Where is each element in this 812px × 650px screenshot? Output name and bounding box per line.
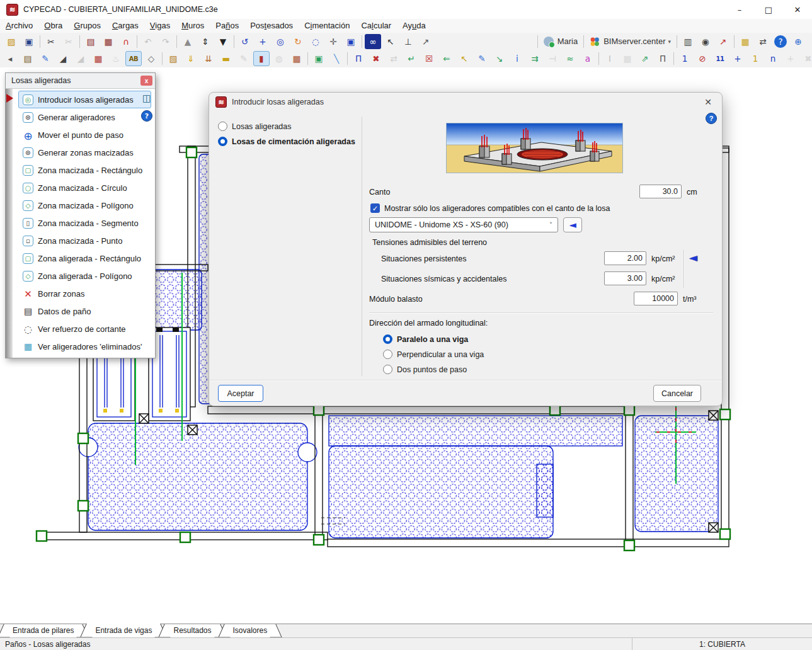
pick-terrain-button[interactable]: ◄ (689, 251, 697, 264)
close-button[interactable]: ✕ (783, 0, 812, 19)
palette-item-zona-macizada-poligono[interactable]: ◇Zona macizada - Polígono (18, 197, 151, 214)
open-file-icon[interactable]: ▨ (3, 34, 20, 49)
radio-selected-icon[interactable] (383, 334, 392, 344)
axes-icon[interactable]: ↗ (418, 34, 434, 49)
pan-hand-icon[interactable]: ✛ (325, 34, 341, 49)
line-load-icon[interactable]: ⇊ (200, 51, 217, 66)
view-3d-box-icon[interactable]: ▧ (165, 51, 181, 66)
tab-entrada-de-vigas[interactable]: Entrada de vigas (89, 624, 158, 637)
enter-beam-icon[interactable]: ↵ (403, 51, 420, 66)
export-beam-icon[interactable]: ⇗ (637, 51, 653, 66)
menu-muros[interactable]: Muros (176, 19, 210, 33)
palette-item-generar-zonas-macizadas[interactable]: ⊛Generar zonas macizadas (18, 144, 151, 161)
delete-beam-icon[interactable]: ☒ (421, 51, 437, 66)
menu-panos[interactable]: Paños (210, 19, 244, 33)
palette-help-icon[interactable]: ? (140, 110, 153, 122)
slab-type-option[interactable]: Losas aligeradas (218, 120, 355, 132)
beam-info-icon[interactable]: i (509, 51, 525, 66)
palette-item-zona-macizada-segmento[interactable]: ▯Zona macizada - Segmento (18, 214, 151, 232)
menu-cimentacion[interactable]: Cimentación (299, 19, 355, 33)
menu-ayuda[interactable]: Ayuda (397, 19, 432, 33)
collapse-panel-icon[interactable]: ◂ (2, 51, 18, 66)
align-beam-icon[interactable]: ⇉ (527, 51, 543, 66)
stairs-icon[interactable]: ◢ (55, 51, 71, 66)
radio-unselected-icon[interactable] (383, 350, 392, 359)
pick-aligerador-button[interactable]: ◄ (563, 217, 582, 232)
menu-obra[interactable]: Obra (38, 19, 68, 33)
canto-input[interactable]: 30.0 (639, 185, 682, 198)
diagonal-line-icon[interactable]: ╲ (328, 51, 345, 66)
menu-grupos[interactable]: Grupos (68, 19, 106, 33)
cut-icon[interactable]: ✂ (43, 34, 59, 49)
tab-entrada-de-pilares[interactable]: Entrada de pilares (6, 624, 80, 637)
palette-item-borrar-zonas[interactable]: ✕Borrar zonas (18, 285, 151, 302)
new-opening-icon[interactable]: ▣ (311, 51, 327, 66)
menu-vigas[interactable]: Vigas (144, 19, 176, 33)
perpendicular-icon[interactable]: ⊥ (400, 34, 416, 49)
palette-item-zona-aligerada-poligono[interactable]: ◇Zona aligerada - Polígono (18, 267, 151, 285)
radio-selected-icon[interactable] (218, 137, 227, 146)
dialog-help-icon[interactable]: ? (706, 113, 717, 124)
menu-archivo[interactable]: Archivo (0, 19, 38, 33)
web-globe-icon[interactable]: ⊕ (790, 34, 806, 49)
search-binoculars-icon[interactable]: ∞ (365, 34, 381, 49)
palette-item-zona-macizada-punto[interactable]: ▫Zona macizada - Punto (18, 232, 151, 249)
coordinates-icon[interactable]: ↖ (382, 34, 399, 49)
edit-beam-icon[interactable]: ✎ (474, 51, 490, 66)
cancel-button[interactable]: Cancelar (653, 385, 701, 402)
renumber-all-icon[interactable]: 11 (712, 51, 728, 66)
extend-beam-icon[interactable]: ↘ (491, 51, 508, 66)
print-icon[interactable]: ▥ (680, 34, 696, 49)
palette-item-mover-punto-de-paso[interactable]: ⊕Mover el punto de paso (18, 126, 151, 144)
palette-item-datos-de-pano[interactable]: ▤Datos de paño (18, 302, 151, 320)
number-copy-icon[interactable]: n (765, 51, 781, 66)
direction-option[interactable]: Perpendicular a una viga (383, 348, 484, 360)
zoom-window-icon[interactable]: ◌ (307, 34, 324, 49)
beam-label-icon[interactable]: a (580, 51, 596, 66)
menu-calcular[interactable]: Calcular (355, 19, 397, 33)
radio-unselected-icon[interactable] (218, 122, 227, 131)
menu-postesados[interactable]: Postesados (244, 19, 299, 33)
walls-icon[interactable]: ▦ (289, 51, 305, 66)
move-beam-icon[interactable]: ↖ (456, 51, 472, 66)
delete-beams-icon[interactable]: ✖ (368, 51, 384, 66)
maximize-button[interactable]: □ (754, 0, 783, 19)
seismic-input[interactable]: 3.00 (604, 271, 646, 285)
group-select-icon[interactable]: ⇕ (197, 34, 214, 49)
redraw-icon[interactable]: ↻ (290, 34, 306, 49)
rotate-view-icon[interactable]: ↺ (237, 34, 253, 49)
palette-item-zona-macizada-rectangulo[interactable]: ▢Zona macizada - Rectángulo (18, 161, 151, 179)
help-icon[interactable]: ? (774, 35, 787, 48)
tags-icon[interactable]: ◇ (143, 51, 159, 66)
direction-option[interactable]: Dos puntos de paso (383, 363, 484, 375)
flat-beam-icon[interactable]: Π (655, 51, 671, 66)
column-tool-icon[interactable]: ▮ (253, 51, 270, 66)
general-data-icon[interactable]: ✎ (37, 51, 54, 66)
tab-resultados[interactable]: Resultados (167, 624, 217, 637)
balasto-input[interactable]: 10000 (634, 292, 678, 305)
palette-title-bar[interactable]: Losas aligeradas x (6, 73, 155, 89)
number-move-icon[interactable]: 1 (747, 51, 763, 66)
palette-item-generar-aligeradores[interactable]: ⊛Generar aligeradores (18, 108, 151, 126)
reference-labels-icon[interactable]: AB (125, 51, 142, 66)
dialog-close-icon[interactable]: ✕ (694, 93, 722, 111)
group-up-icon[interactable]: ▲ (180, 34, 196, 49)
zoom-scale-icon[interactable]: ◎ (272, 34, 289, 49)
persistent-input[interactable]: 2.00 (604, 251, 646, 265)
compat-checkbox-row[interactable]: ✓ Mostrar sólo los aligeradores compatib… (370, 203, 610, 213)
checkbox-checked-icon[interactable]: ✓ (370, 203, 380, 213)
palette-item-zona-aligerada-rectangulo[interactable]: ▢Zona aligerada - Rectángulo (18, 249, 151, 267)
number-plus-icon[interactable]: + (729, 51, 746, 66)
palette-item-ver-refuerzo-de-cortante[interactable]: ◌Ver refuerzo de cortante (18, 320, 151, 338)
snapshot-icon[interactable]: ◉ (697, 34, 714, 49)
curve-beam-icon[interactable]: ≈ (562, 51, 578, 66)
manual-book-icon[interactable]: ◫ (140, 92, 153, 105)
fit-view-icon[interactable]: ▣ (343, 34, 359, 49)
slab-type-option[interactable]: Losas de cimentación aligeradas (218, 135, 355, 147)
reenter-beam-icon[interactable]: ⇐ (438, 51, 455, 66)
palette-item-zona-macizada-circulo[interactable]: ○Zona macizada - Círculo (18, 179, 151, 197)
delete-number-icon[interactable]: ⊘ (694, 51, 711, 66)
import-dxf-icon[interactable]: ▤ (83, 34, 99, 49)
export-view-icon[interactable]: ↗ (715, 34, 731, 49)
surface-load-icon[interactable]: ▬ (218, 51, 234, 66)
